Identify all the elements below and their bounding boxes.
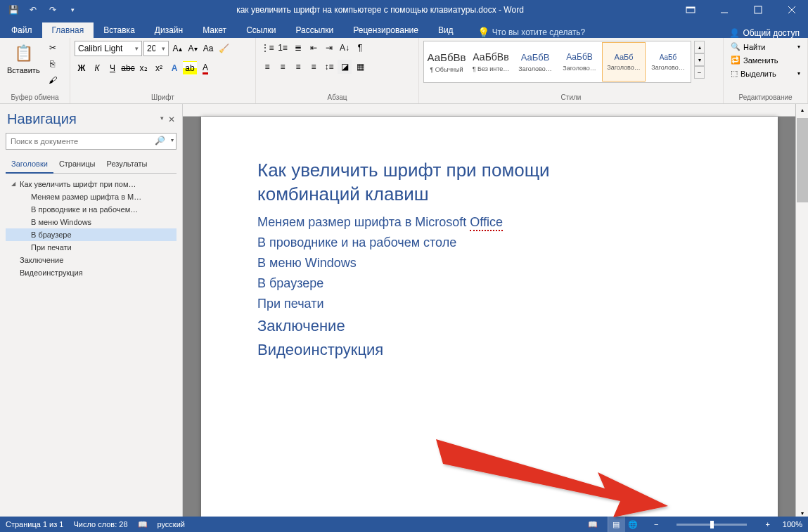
undo-icon[interactable]: ↶ <box>27 4 39 16</box>
zoom-out-icon[interactable]: − <box>651 520 661 528</box>
font-family-combo[interactable]: ▾ <box>75 41 142 56</box>
superscript-icon[interactable]: x² <box>152 61 166 75</box>
status-language[interactable]: русский <box>158 520 185 528</box>
horizontal-ruler[interactable] <box>183 104 808 117</box>
zoom-level[interactable]: 100% <box>783 520 802 528</box>
zoom-in-icon[interactable]: + <box>762 520 772 528</box>
subscript-icon[interactable]: x₂ <box>136 61 150 75</box>
caret-icon[interactable]: ◢ <box>11 181 15 187</box>
ribbon-display-icon[interactable] <box>674 0 707 20</box>
qat-customize-icon[interactable]: ▾ <box>66 4 79 16</box>
vertical-scrollbar[interactable]: ▴ ▾ <box>795 104 808 519</box>
chevron-down-icon[interactable]: ▾ <box>132 45 141 52</box>
tab-home[interactable]: Главная <box>42 22 94 38</box>
align-left-icon[interactable]: ≡ <box>260 60 274 74</box>
nav-close-icon[interactable]: ✕ <box>168 115 175 124</box>
align-center-icon[interactable]: ≡ <box>276 60 290 74</box>
underline-button[interactable]: Ч <box>105 61 120 75</box>
redo-icon[interactable]: ↷ <box>46 4 59 16</box>
tab-view[interactable]: Вид <box>428 22 463 38</box>
scroll-up-icon[interactable]: ▴ <box>797 104 808 115</box>
maximize-icon[interactable] <box>742 0 774 20</box>
tree-item[interactable]: В браузере <box>6 228 177 241</box>
scrollbar-thumb[interactable] <box>797 118 808 202</box>
search-dropdown-icon[interactable]: ▾ <box>171 137 174 143</box>
style-expand-icon[interactable]: ⎼ <box>695 66 705 79</box>
web-layout-icon[interactable]: 🌐 <box>624 517 641 532</box>
tree-item[interactable]: При печати <box>6 241 177 254</box>
font-family-input[interactable] <box>75 41 132 56</box>
tab-insert[interactable]: Вставка <box>94 22 145 38</box>
close-icon[interactable] <box>776 0 808 20</box>
spellcheck-icon[interactable]: 📖 <box>138 520 148 529</box>
shading-icon[interactable]: ◪ <box>338 60 352 74</box>
tree-item[interactable]: Меняем размер шрифта в M… <box>6 190 177 203</box>
multilevel-icon[interactable]: ≣ <box>291 41 305 55</box>
increase-indent-icon[interactable]: ⇥ <box>322 41 336 55</box>
status-word-count[interactable]: Число слов: 28 <box>73 520 127 528</box>
decrease-indent-icon[interactable]: ⇤ <box>307 41 321 55</box>
tell-me-search[interactable]: 💡 Что вы хотите сделать? <box>477 27 586 38</box>
zoom-slider[interactable] <box>676 524 747 526</box>
find-button[interactable]: 🔍Найти▾ <box>728 41 803 53</box>
justify-icon[interactable]: ≡ <box>307 60 321 74</box>
format-painter-icon[interactable]: 🖌 <box>46 73 60 87</box>
select-button[interactable]: ⬚Выделить▾ <box>728 67 803 79</box>
bullets-icon[interactable]: ⋮≡ <box>260 41 274 55</box>
paste-button[interactable]: 📋 Вставить <box>4 41 43 76</box>
style-item[interactable]: АаБбВЗаголово… <box>558 42 601 82</box>
style-item[interactable]: АаБбЗаголово… <box>646 42 690 82</box>
tree-item[interactable]: ◢Как увеличить шрифт при пом… <box>6 178 177 190</box>
numbering-icon[interactable]: 1≡ <box>276 41 290 55</box>
print-layout-icon[interactable]: ▤ <box>608 517 624 532</box>
share-button[interactable]: 👤 Общий доступ <box>721 28 808 38</box>
style-item[interactable]: АаБбЗаголово… <box>602 42 646 82</box>
minimize-icon[interactable] <box>708 0 740 20</box>
show-marks-icon[interactable]: ¶ <box>353 41 367 55</box>
grow-font-icon[interactable]: A▴ <box>170 41 184 56</box>
search-input[interactable] <box>6 133 177 150</box>
nav-tab-results[interactable]: Результаты <box>101 155 153 173</box>
chevron-down-icon[interactable]: ▾ <box>158 45 168 52</box>
cut-icon[interactable]: ✂ <box>46 41 60 55</box>
tree-item[interactable]: В проводнике и на рабочем… <box>6 203 177 216</box>
style-item[interactable]: АаБбВв¶ Обычный <box>425 42 468 82</box>
style-item[interactable]: АаБбВв¶ Без инте… <box>469 42 513 82</box>
status-page[interactable]: Страница 1 из 1 <box>6 520 63 528</box>
tab-file[interactable]: Файл <box>1 22 42 38</box>
tab-review[interactable]: Рецензирование <box>343 22 428 38</box>
tab-layout[interactable]: Макет <box>193 22 236 38</box>
highlight-icon[interactable]: ab <box>183 61 197 75</box>
tree-item[interactable]: Заключение <box>6 254 177 266</box>
nav-tab-headings[interactable]: Заголовки <box>6 155 53 174</box>
sort-icon[interactable]: A↓ <box>338 41 352 55</box>
replace-button[interactable]: 🔁Заменить <box>728 54 803 66</box>
style-item[interactable]: АаБбВЗаголово… <box>513 42 557 82</box>
text-effects-icon[interactable]: A <box>167 61 181 75</box>
change-case-icon[interactable]: Aa <box>201 41 215 56</box>
line-spacing-icon[interactable]: ↕≡ <box>322 60 336 74</box>
font-size-input[interactable] <box>144 41 158 56</box>
save-icon[interactable]: 💾 <box>7 4 20 16</box>
search-icon[interactable]: 🔎 <box>155 136 165 145</box>
tree-item[interactable]: В меню Windows <box>6 216 177 228</box>
tab-references[interactable]: Ссылки <box>236 22 286 38</box>
copy-icon[interactable]: ⎘ <box>46 57 60 71</box>
tab-mailings[interactable]: Рассылки <box>286 22 343 38</box>
zoom-handle[interactable] <box>710 521 714 528</box>
font-size-combo[interactable]: ▾ <box>143 41 169 56</box>
borders-icon[interactable]: ▦ <box>353 60 367 74</box>
strike-icon[interactable]: abc <box>121 61 135 75</box>
tab-design[interactable]: Дизайн <box>145 22 193 38</box>
style-scroll-up-icon[interactable]: ▴ <box>695 41 705 53</box>
document-page[interactable]: Как увеличить шрифт при помощикомбинаций… <box>201 117 778 519</box>
shrink-font-icon[interactable]: A▾ <box>186 41 200 56</box>
nav-tab-pages[interactable]: Страницы <box>53 155 101 173</box>
tree-item[interactable]: Видеоинструкция <box>6 266 177 279</box>
font-color-icon[interactable]: A <box>198 61 212 75</box>
style-scroll-down-icon[interactable]: ▾ <box>695 53 705 66</box>
clear-format-icon[interactable]: 🧹 <box>217 41 231 56</box>
bold-button[interactable]: Ж <box>75 61 89 75</box>
nav-dropdown-icon[interactable]: ▾ <box>160 115 164 124</box>
align-right-icon[interactable]: ≡ <box>291 60 305 74</box>
